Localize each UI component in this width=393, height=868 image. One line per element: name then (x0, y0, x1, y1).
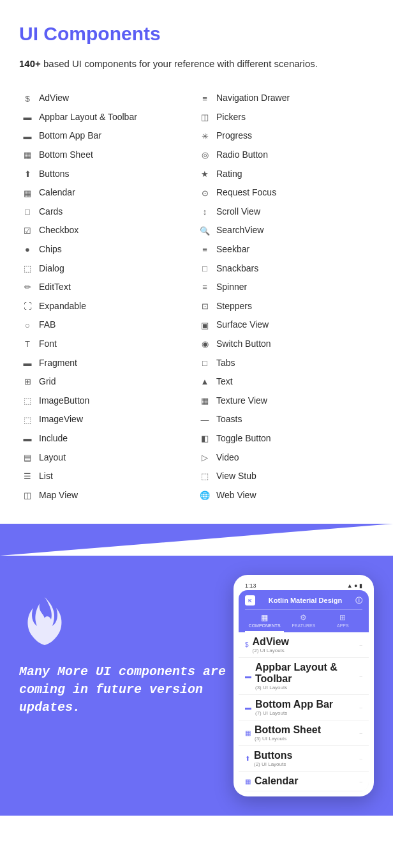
phone-logo: K (245, 595, 255, 605)
right-item-3[interactable]: ◎ Radio Button (196, 146, 374, 165)
phone-item-sub-1: (3) UI Layouts (255, 685, 360, 690)
left-item-17[interactable]: ⬚ ImageView (19, 410, 196, 429)
left-item-11[interactable]: ⛶ Expandable (19, 297, 196, 316)
right-item-label-6: Scroll View (216, 206, 260, 218)
right-item-icon-0: ≡ (199, 95, 211, 103)
left-item-10[interactable]: ✏ EditText (19, 278, 196, 297)
phone-status-icons: ▲ ● ▮ (347, 582, 362, 589)
left-item-3[interactable]: ▦ Bottom Sheet (19, 146, 196, 165)
right-item-18[interactable]: ◧ Toggle Button (196, 429, 374, 448)
right-item-label-4: Rating (216, 168, 242, 181)
left-item-21[interactable]: ◫ Map View (19, 486, 196, 505)
phone-tab-apps[interactable]: ⊞ APPS (323, 610, 362, 632)
left-item-icon-11: ⛶ (22, 302, 33, 310)
right-item-icon-11: ⊡ (199, 302, 211, 310)
right-item-2[interactable]: ✳ Progress (196, 126, 374, 146)
left-item-icon-19: ▤ (22, 453, 33, 462)
right-item-label-12: Surface View (216, 319, 269, 331)
phone-tab-components[interactable]: ▦ COMPONENTS (245, 610, 284, 632)
phone-list-left-0: $ AdView (2) UI Layouts (245, 636, 289, 653)
phone-list-item-5[interactable]: ▦ Calendar – (239, 772, 369, 791)
left-item-18[interactable]: ▬ Include (19, 429, 196, 448)
right-item-12[interactable]: ▣ Surface View (196, 316, 374, 335)
left-item-label-20: List (39, 470, 53, 483)
left-item-0[interactable]: $ AdView (19, 89, 196, 108)
phone-tab-components-icon: ▦ (261, 613, 268, 622)
left-item-13[interactable]: T Font (19, 335, 196, 354)
right-item-13[interactable]: ◉ Switch Button (196, 335, 374, 354)
phone-list-item-0[interactable]: $ AdView (2) UI Layouts – (239, 632, 369, 658)
left-item-label-4: Buttons (39, 168, 69, 181)
left-item-label-15: Grid (39, 376, 56, 388)
right-item-label-8: Seekbar (216, 243, 249, 256)
phone-header-title: K Kotlin Material Design ⓘ (245, 595, 362, 609)
left-item-19[interactable]: ▤ Layout (19, 448, 196, 468)
left-item-label-10: EditText (39, 281, 71, 294)
right-item-19[interactable]: ▷ Video (196, 448, 374, 468)
right-item-icon-10: ≡ (199, 283, 211, 291)
right-item-label-5: Request Focus (216, 187, 276, 199)
left-item-label-14: Fragment (39, 357, 77, 370)
left-item-14[interactable]: ▬ Fragment (19, 354, 196, 373)
right-item-11[interactable]: ⊡ Steppers (196, 297, 374, 316)
right-item-5[interactable]: ⊙ Request Focus (196, 183, 374, 202)
right-item-4[interactable]: ★ Rating (196, 165, 374, 184)
phone-tab-features[interactable]: ⚙ FEATURES (284, 610, 323, 632)
right-item-icon-17: — (199, 416, 211, 424)
left-item-1[interactable]: ▬ Appbar Layout & Toolbar (19, 108, 196, 127)
left-item-9[interactable]: ⬚ Dialog (19, 259, 196, 278)
right-item-8[interactable]: ≡ Seekbar (196, 240, 374, 259)
phone-list-item-3[interactable]: ▦ Bottom Sheet (3) UI Layouts – (239, 720, 369, 746)
right-item-14[interactable]: □ Tabs (196, 354, 374, 373)
right-item-0[interactable]: ≡ Navigation Drawer (196, 89, 374, 108)
right-item-17[interactable]: — Toasts (196, 410, 374, 429)
right-item-label-19: Video (216, 452, 239, 464)
left-item-label-6: Cards (39, 206, 63, 218)
right-item-10[interactable]: ≡ Spinner (196, 278, 374, 297)
left-item-label-18: Include (39, 432, 68, 445)
left-item-7[interactable]: ☑ Checkbox (19, 221, 196, 240)
right-item-9[interactable]: □ Snackbars (196, 259, 374, 278)
left-item-20[interactable]: ☰ List (19, 467, 196, 486)
left-item-4[interactable]: ⬆ Buttons (19, 165, 196, 184)
left-item-5[interactable]: ▦ Calendar (19, 183, 196, 202)
right-item-icon-8: ≡ (199, 245, 211, 254)
left-item-icon-13: T (22, 340, 33, 348)
left-item-12[interactable]: ○ FAB (19, 316, 196, 335)
right-item-label-2: Progress (216, 130, 252, 142)
phone-list-item-4[interactable]: ⬆ Buttons (2) UI Layouts – (239, 746, 369, 772)
phone-item-title-4: Buttons (254, 750, 292, 761)
right-item-15[interactable]: ▲ Text (196, 372, 374, 392)
phone-item-sub-4: (2) UI Layouts (254, 761, 292, 767)
left-item-icon-6: □ (22, 208, 33, 216)
right-item-7[interactable]: 🔍 SearchView (196, 221, 374, 240)
subtitle-bold: 140+ (19, 58, 41, 69)
right-item-icon-5: ⊙ (199, 189, 211, 197)
left-item-label-17: ImageView (39, 413, 83, 426)
subtitle: 140+ based UI components for your refere… (19, 56, 374, 71)
left-item-8[interactable]: ● Chips (19, 240, 196, 259)
right-item-icon-3: ◎ (199, 151, 211, 159)
phone-item-icon-4: ⬆ (245, 755, 250, 762)
right-item-21[interactable]: 🌐 Web View (196, 486, 374, 505)
phone-list-item-1[interactable]: ▬ Appbar Layout & Toolbar (3) UI Layouts… (239, 658, 369, 695)
right-item-20[interactable]: ⬚ View Stub (196, 467, 374, 486)
svg-marker-0 (0, 524, 393, 556)
phone-item-text-3: Bottom Sheet (3) UI Layouts (255, 724, 321, 742)
phone-item-sub-2: (7) UI Layouts (255, 710, 333, 716)
phone-list-left-5: ▦ Calendar (245, 775, 298, 787)
phone-tab-apps-icon: ⊞ (339, 613, 346, 622)
right-item-label-7: SearchView (216, 224, 263, 237)
right-item-16[interactable]: ▦ Texture View (196, 392, 374, 411)
left-item-icon-1: ▬ (22, 113, 33, 121)
left-item-icon-10: ✏ (22, 283, 33, 291)
left-item-label-12: FAB (39, 319, 56, 331)
left-item-16[interactable]: ⬚ ImageButton (19, 392, 196, 411)
left-item-6[interactable]: □ Cards (19, 202, 196, 222)
phone-item-text-1: Appbar Layout & Toolbar (3) UI Layouts (255, 662, 360, 690)
right-item-6[interactable]: ↕ Scroll View (196, 202, 374, 222)
right-item-1[interactable]: ◫ Pickers (196, 108, 374, 127)
left-item-2[interactable]: ▬ Bottom App Bar (19, 126, 196, 146)
phone-list-item-2[interactable]: ▬ Bottom App Bar (7) UI Layouts – (239, 695, 369, 720)
left-item-15[interactable]: ⊞ Grid (19, 372, 196, 392)
